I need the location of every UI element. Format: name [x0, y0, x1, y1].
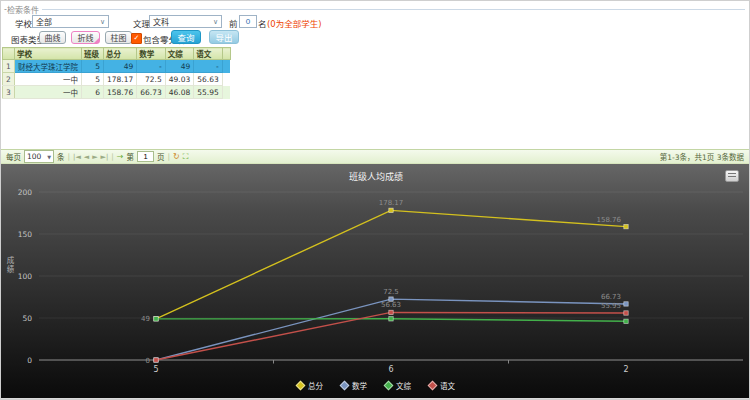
chevron-down-icon: ∨ [213, 18, 218, 26]
search-panel-title: 检索条件 [7, 4, 39, 15]
legend-label: 数学 [352, 380, 367, 391]
row-number: 1 [3, 60, 15, 73]
pager-summary: 第1-3条，共1页 3条数据 [660, 151, 744, 162]
row-number-header [3, 48, 15, 60]
chart-menu-icon[interactable] [725, 170, 739, 182]
query-button[interactable]: 查询 [171, 30, 201, 44]
legend-item[interactable]: 文综 [385, 380, 411, 391]
first-page-icon[interactable]: |◄ [73, 153, 81, 161]
legend-item[interactable]: 总分 [297, 380, 323, 391]
chart-legend: 总分数学文综语文 [1, 380, 750, 391]
data-point [624, 302, 628, 306]
stream-select[interactable]: 文科 ∨ [149, 15, 222, 28]
last-page-icon[interactable]: ►| [101, 153, 109, 161]
cell: 一中 [15, 73, 82, 86]
refresh-icon[interactable]: ↻ [173, 152, 180, 161]
y-tick-label: 100 [18, 272, 33, 281]
y-tick-label: 50 [22, 314, 32, 323]
fieldset-rule [42, 9, 745, 10]
cell: 66.73 [137, 86, 165, 99]
data-label: 178.17 [379, 199, 404, 207]
cell: 72.5 [137, 73, 165, 86]
chart-type-button[interactable]: 曲线 [39, 31, 66, 44]
legend-label: 语文 [440, 380, 455, 391]
data-point [624, 319, 628, 323]
menu-lines-icon [728, 173, 736, 179]
fullscreen-icon[interactable]: ⛶ [183, 152, 189, 162]
x-tick-label: 5 [153, 365, 158, 374]
x-tick-label: 2 [623, 365, 628, 374]
column-header[interactable]: 班级 [82, 48, 104, 60]
cell: 5 [82, 73, 104, 86]
legend-marker-icon [340, 381, 350, 391]
data-label: 49 [141, 315, 150, 323]
line-chart: 05010015020056249178.17158.76072.566.735… [1, 164, 750, 398]
goto-prefix: 第 [127, 151, 135, 162]
prev-page-icon[interactable]: ◄ [84, 153, 89, 161]
cell: 55.95 [194, 86, 222, 99]
cell: 5 [82, 60, 104, 73]
column-header[interactable]: 总分 [104, 48, 137, 60]
chart-title: 班级人均成绩 [1, 170, 750, 183]
cell: 46.08 [165, 86, 193, 99]
chart-panel: 05010015020056249178.17158.76072.566.735… [1, 164, 750, 398]
row-filler [222, 86, 230, 99]
legend-label: 总分 [308, 380, 323, 391]
column-header[interactable]: 语文 [194, 48, 222, 60]
legend-item[interactable]: 语文 [429, 380, 455, 391]
header-filler [222, 48, 230, 60]
legend-marker-icon [384, 381, 394, 391]
chart-type-row: 图表类型： 曲线折线柱图 ✓ 包含零分者 查询 导出 [1, 30, 749, 46]
data-point [389, 310, 393, 314]
y-tick-label: 0 [27, 356, 32, 365]
row-filler [222, 73, 230, 86]
data-point [154, 358, 158, 362]
chart-type-button[interactable]: 柱图 [105, 31, 132, 44]
data-point [389, 317, 393, 321]
data-label: 66.73 [601, 293, 621, 301]
filter-row: 学校： 全部 ∨ 文理： 文科 ∨ 前 名 (0为全部学生) [1, 14, 749, 30]
table-row[interactable]: 3一中6158.7666.7346.0855.95 [3, 86, 231, 99]
divider: | [168, 152, 171, 161]
include-zero-checkbox[interactable]: ✓ [131, 33, 142, 44]
cell: 6 [82, 86, 104, 99]
check-icon: ✓ [134, 34, 140, 42]
goto-page-input[interactable] [137, 151, 154, 162]
table-row[interactable]: 2一中5178.1772.549.0356.63 [3, 73, 231, 86]
cell: - [137, 60, 165, 73]
topn-input[interactable] [239, 15, 257, 28]
cell: - [194, 60, 222, 73]
y-tick-label: 150 [18, 230, 33, 239]
export-button[interactable]: 导出 [209, 30, 239, 44]
legend-label: 文综 [396, 380, 411, 391]
score-analysis-page: -检索条件 学校： 全部 ∨ 文理： 文科 ∨ 前 名 (0为全部学生) 图表类… [0, 0, 750, 400]
chart-type-button[interactable]: 折线 [71, 31, 100, 44]
data-label: 0 [146, 357, 150, 365]
school-select[interactable]: 全部 ∨ [32, 15, 109, 28]
row-number: 3 [3, 86, 15, 99]
per-page-label: 每页 [6, 151, 21, 162]
data-point [154, 317, 158, 321]
school-select-value: 全部 [36, 16, 52, 27]
table-row[interactable]: 1财经大学珠江学院549-49- [3, 60, 231, 73]
cell: 财经大学珠江学院 [15, 60, 82, 73]
column-header[interactable]: 数学 [137, 48, 165, 60]
per-page-value: 100 [27, 152, 41, 161]
column-header[interactable]: 学校 [15, 48, 82, 60]
data-label: 158.76 [597, 216, 622, 224]
next-page-icon[interactable]: ► [92, 153, 97, 161]
table-header-row: 学校班级总分数学文综语文 [3, 48, 231, 60]
cell: 56.63 [194, 73, 222, 86]
results-table: 学校班级总分数学文综语文 1财经大学珠江学院549-49-2一中5178.177… [2, 47, 231, 99]
cell: 178.17 [104, 73, 137, 86]
x-tick-label: 6 [388, 365, 393, 374]
legend-item[interactable]: 数学 [341, 380, 367, 391]
row-number: 2 [3, 73, 15, 86]
per-page-unit: 条 [57, 151, 65, 162]
stream-select-value: 文科 [153, 16, 169, 27]
per-page-select[interactable]: 100 ▼ [24, 150, 54, 163]
cell: 158.76 [104, 86, 137, 99]
goto-page-icon[interactable]: → [117, 152, 124, 161]
column-header[interactable]: 文综 [165, 48, 193, 60]
y-axis-title: 成绩 [4, 256, 15, 275]
